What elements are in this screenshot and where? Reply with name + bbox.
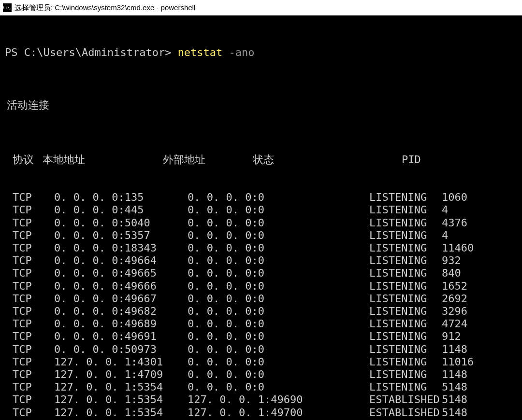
cell-foreign: 0. 0. 0. 0:0	[188, 280, 312, 293]
cell-local: 0. 0. 0. 0:5357	[44, 229, 188, 242]
cell-foreign: 0. 0. 0. 0:0	[188, 267, 312, 280]
cell-local: 127. 0. 0. 1:4301	[44, 356, 188, 368]
cell-state: LISTENING	[312, 242, 442, 254]
table-row: TCP0. 0. 0. 0:496640. 0. 0. 0:0LISTENING…	[5, 254, 518, 267]
cell-foreign: 0. 0. 0. 0:0	[188, 318, 312, 330]
cell-state: LISTENING	[312, 191, 442, 204]
cell-local: 0. 0. 0. 0:49665	[44, 267, 188, 280]
cell-state: LISTENING	[312, 293, 442, 305]
cell-state: ESTABLISHED	[312, 406, 442, 419]
cell-foreign: 127. 0. 0. 1:49700	[188, 406, 312, 419]
cell-foreign: 0. 0. 0. 0:0	[188, 381, 312, 393]
table-header-row: 协议本地地址外部地址状态PID	[5, 154, 518, 166]
cell-local: 0. 0. 0. 0:5040	[44, 217, 188, 229]
cell-state: LISTENING	[312, 229, 442, 242]
section-title: 活动连接	[5, 99, 518, 112]
cell-local: 0. 0. 0. 0:445	[44, 204, 188, 216]
cell-pid: 4	[442, 204, 490, 216]
table-row: TCP127. 0. 0. 1:53540. 0. 0. 0:0LISTENIN…	[5, 381, 518, 393]
table-row: TCP0. 0. 0. 0:496820. 0. 0. 0:0LISTENING…	[5, 305, 518, 318]
cell-proto: TCP	[5, 229, 44, 242]
cell-pid: 3296	[442, 305, 490, 318]
command-arg: -ano	[229, 46, 255, 58]
cell-foreign: 0. 0. 0. 0:0	[188, 305, 312, 318]
cmd-icon: C:\.	[3, 3, 12, 12]
cell-proto: TCP	[5, 204, 44, 216]
cell-pid: 912	[442, 330, 490, 343]
cell-foreign: 0. 0. 0. 0:0	[188, 343, 312, 356]
cell-local: 127. 0. 0. 1:5354	[44, 393, 188, 406]
cell-proto: TCP	[5, 267, 44, 280]
cell-local: 127. 0. 0. 1:5354	[44, 406, 188, 419]
cell-foreign: 0. 0. 0. 0:0	[188, 229, 312, 242]
cell-foreign: 0. 0. 0. 0:0	[188, 204, 312, 216]
table-body: TCP0. 0. 0. 0:1350. 0. 0. 0:0LISTENING10…	[5, 191, 518, 420]
window-titlebar[interactable]: C:\. 选择管理员: C:\windows\system32\cmd.exe …	[0, 0, 522, 15]
cell-proto: TCP	[5, 217, 44, 229]
prompt-line: PS C:\Users\Administrator> netstat -ano	[5, 46, 518, 59]
cell-foreign: 0. 0. 0. 0:0	[188, 191, 312, 204]
cell-pid: 1148	[442, 343, 490, 356]
cell-pid: 840	[442, 267, 490, 280]
cell-state: LISTENING	[312, 368, 442, 381]
cell-local: 0. 0. 0. 0:49664	[44, 254, 188, 267]
cell-foreign: 0. 0. 0. 0:0	[188, 242, 312, 254]
cell-pid: 11460	[442, 242, 490, 254]
cell-proto: TCP	[5, 318, 44, 330]
cell-proto: TCP	[5, 343, 44, 356]
cell-local: 127. 0. 0. 1:4709	[44, 368, 188, 381]
table-row: TCP127. 0. 0. 1:5354127. 0. 0. 1:49690ES…	[5, 393, 518, 406]
header-state: 状态	[253, 154, 402, 166]
table-row: TCP127. 0. 0. 1:43010. 0. 0. 0:0LISTENIN…	[5, 356, 518, 368]
cell-pid: 11016	[442, 356, 490, 368]
cell-proto: TCP	[5, 305, 44, 318]
table-row: TCP0. 0. 0. 0:4450. 0. 0. 0:0LISTENING4	[5, 204, 518, 216]
cell-pid: 5148	[442, 406, 490, 419]
cell-proto: TCP	[5, 368, 44, 381]
header-foreign: 外部地址	[163, 154, 253, 166]
table-row: TCP0. 0. 0. 0:50400. 0. 0. 0:0LISTENING4…	[5, 217, 518, 229]
prompt-text: PS C:\Users\Administrator>	[5, 46, 171, 58]
cell-pid: 5148	[442, 393, 490, 406]
cell-state: LISTENING	[312, 356, 442, 368]
cell-local: 0. 0. 0. 0:49682	[44, 305, 188, 318]
table-row: TCP0. 0. 0. 0:496650. 0. 0. 0:0LISTENING…	[5, 267, 518, 280]
cell-pid: 4376	[442, 217, 490, 229]
cell-proto: TCP	[5, 293, 44, 305]
cell-local: 0. 0. 0. 0:49667	[44, 293, 188, 305]
cell-state: LISTENING	[312, 217, 442, 229]
cell-proto: TCP	[5, 242, 44, 254]
cell-state: LISTENING	[312, 318, 442, 330]
cell-state: LISTENING	[312, 330, 442, 343]
cell-state: LISTENING	[312, 343, 442, 356]
header-pid: PID	[402, 154, 440, 166]
cell-state: ESTABLISHED	[312, 393, 442, 406]
window-title: 选择管理员: C:\windows\system32\cmd.exe - pow…	[14, 3, 195, 13]
cell-proto: TCP	[5, 381, 44, 393]
cell-local: 0. 0. 0. 0:50973	[44, 343, 188, 356]
cell-local: 0. 0. 0. 0:49691	[44, 330, 188, 343]
cell-local: 0. 0. 0. 0:18343	[44, 242, 188, 254]
cell-proto: TCP	[5, 191, 44, 204]
table-row: TCP0. 0. 0. 0:496660. 0. 0. 0:0LISTENING…	[5, 280, 518, 293]
table-row: TCP0. 0. 0. 0:496890. 0. 0. 0:0LISTENING…	[5, 318, 518, 330]
cell-foreign: 0. 0. 0. 0:0	[188, 217, 312, 229]
table-row: TCP127. 0. 0. 1:5354127. 0. 0. 1:49700ES…	[5, 406, 518, 419]
cell-foreign: 0. 0. 0. 0:0	[188, 330, 312, 343]
cell-state: LISTENING	[312, 254, 442, 267]
cell-foreign: 0. 0. 0. 0:0	[188, 356, 312, 368]
table-row: TCP0. 0. 0. 0:496910. 0. 0. 0:0LISTENING…	[5, 330, 518, 343]
cell-proto: TCP	[5, 393, 44, 406]
cell-pid: 1148	[442, 368, 490, 381]
cell-proto: TCP	[5, 280, 44, 293]
cell-proto: TCP	[5, 330, 44, 343]
terminal-output[interactable]: PS C:\Users\Administrator> netstat -ano …	[0, 15, 522, 420]
cell-local: 0. 0. 0. 0:49666	[44, 280, 188, 293]
cell-foreign: 0. 0. 0. 0:0	[188, 254, 312, 267]
cell-local: 0. 0. 0. 0:49689	[44, 318, 188, 330]
cell-proto: TCP	[5, 254, 44, 267]
cell-proto: TCP	[5, 406, 44, 419]
cell-pid: 2692	[442, 293, 490, 305]
cell-pid: 932	[442, 254, 490, 267]
cell-pid: 5148	[442, 381, 490, 393]
